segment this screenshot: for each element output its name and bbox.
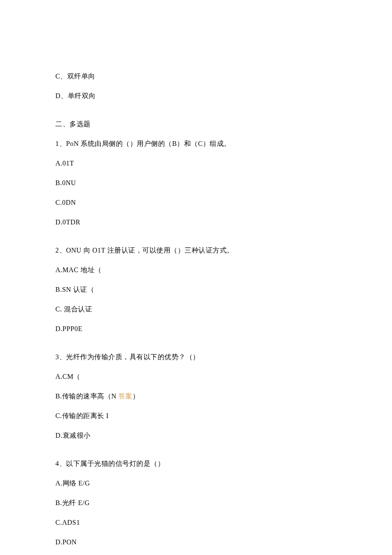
q3-option-c: C.传输的距离长 I: [55, 410, 337, 422]
q2-option-c: C. 混合认证: [55, 303, 337, 315]
q4-option-b: B.光纤 E/G: [55, 497, 337, 509]
q4-option-d: D.PON: [55, 536, 337, 548]
q4-option-c: C.ADS1: [55, 517, 337, 529]
q1-option-a: A.01T: [55, 157, 337, 169]
q3-option-d: D.衰减很小: [55, 430, 337, 442]
q1-option-c: C.0DN: [55, 197, 337, 209]
q3-option-a: A.CM（: [55, 371, 337, 383]
q2-stem: 2、ONU 向 O1T 注册认证，可以使用（）三种认证方式。: [55, 244, 337, 256]
q4-stem: 4、以下属于光猫的信号灯的是（）: [55, 458, 337, 470]
q4-option-a: A.网络 E/G: [55, 477, 337, 489]
q1-option-d: D.0TDR: [55, 216, 337, 228]
q3-option-b-suffix: ）: [133, 392, 140, 400]
q2-option-b: B.SN 认证（: [55, 284, 337, 296]
q1-option-b: B.0NU: [55, 177, 337, 189]
q2-option-a: A.MAC 地址（: [55, 264, 337, 276]
prev-option-c: C、双纤单向: [55, 70, 337, 82]
q3-option-b-highlight: 答案: [118, 392, 133, 400]
q2-option-d: D.PPP0E: [55, 323, 337, 335]
q3-option-b-prefix: B.传输的速率高（N: [55, 392, 118, 400]
q1-stem: 1、PoN 系统由局侧的（）用户侧的（B）和（C）组成。: [55, 138, 337, 150]
q3-option-b: B.传输的速率高（N 答案）: [55, 390, 337, 402]
section-heading: 二、多选题: [55, 118, 337, 130]
document-page: C、双纤单向 D、单纤双向 二、多选题 1、PoN 系统由局侧的（）用户侧的（B…: [0, 0, 392, 548]
q3-stem: 3、光纤作为传输介质，具有以下的优势？（）: [55, 351, 337, 363]
prev-option-d: D、单纤双向: [55, 90, 337, 102]
